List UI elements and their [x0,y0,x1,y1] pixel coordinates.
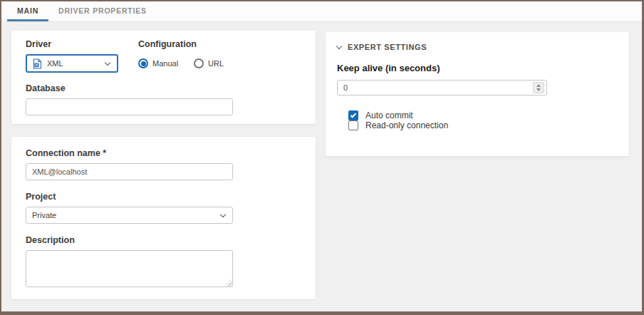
connection-settings-window: MAIN DRIVER PROPERTIES Driver XML [0,0,644,315]
description-label: Description [26,235,301,245]
tab-main[interactable]: MAIN [7,1,48,21]
tab-bar: MAIN DRIVER PROPERTIES [1,1,642,22]
configuration-radio-group: Manual URL [138,54,224,73]
database-label: Database [26,83,301,93]
chevron-down-icon [105,59,110,65]
number-stepper-icon[interactable] [533,82,544,93]
radio-selected-icon [138,58,148,68]
driver-settings-card: Driver XML Configuration [11,31,316,124]
xml-file-icon [33,58,42,69]
keep-alive-input[interactable]: 0 [337,80,547,95]
checkbox-checked-icon[interactable] [348,110,358,120]
read-only-label: Read-only connection [365,120,448,130]
radio-url-label: URL [208,59,224,68]
expert-settings-title: EXPERT SETTINGS [348,43,427,51]
project-select[interactable]: Private [26,207,233,224]
expert-settings-card: EXPERT SETTINGS Keep alive (in seconds) … [326,32,629,156]
auto-commit-checkbox-row[interactable]: Auto commit [348,110,618,120]
read-only-checkbox-row[interactable]: Read-only connection [348,120,618,130]
checkmark-icon [350,112,356,118]
radio-manual-label: Manual [152,59,178,68]
checkbox-unchecked-icon[interactable] [348,120,358,130]
driver-label: Driver [26,39,138,49]
stepper-up-icon [536,84,541,87]
database-input[interactable] [26,98,233,115]
radio-manual[interactable]: Manual [138,58,178,68]
chevron-down-icon [220,211,226,217]
radio-unselected-icon [194,58,204,68]
chevron-down-icon [336,43,342,48]
driver-select[interactable]: XML [26,54,118,73]
radio-url[interactable]: URL [194,58,224,68]
project-label: Project [26,192,301,202]
keep-alive-label: Keep alive (in seconds) [337,63,618,73]
description-textarea[interactable] [26,250,233,287]
connection-name-input[interactable] [26,163,233,180]
driver-select-value: XML [47,59,101,68]
keep-alive-value: 0 [343,83,533,92]
connection-info-card: Connection name * Project Private Descri… [11,137,316,299]
expert-settings-toggle[interactable]: EXPERT SETTINGS [337,41,618,53]
project-select-value: Private [32,211,217,220]
configuration-label: Configuration [138,39,224,49]
stepper-down-icon [536,88,541,91]
auto-commit-label: Auto commit [365,110,413,120]
connection-name-label: Connection name * [26,148,301,158]
tab-driver-properties[interactable]: DRIVER PROPERTIES [48,1,157,21]
